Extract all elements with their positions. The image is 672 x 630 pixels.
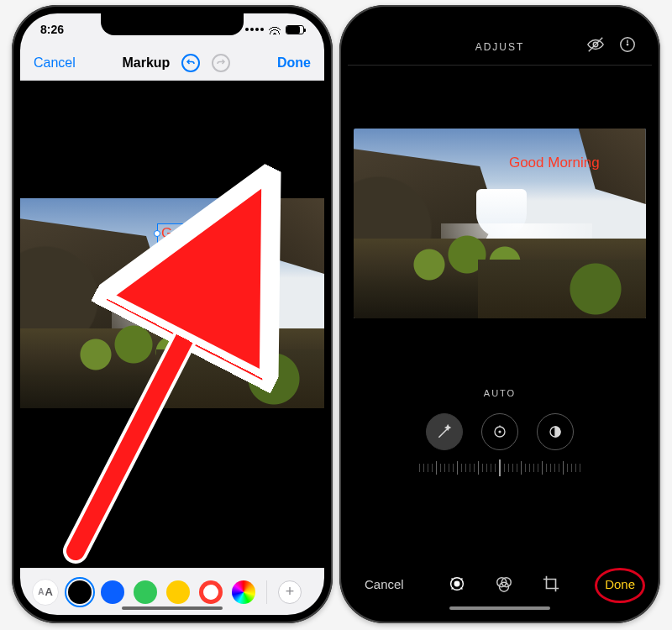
photo-preview[interactable]: Good Morning <box>20 198 324 408</box>
redo-icon <box>212 54 230 72</box>
cancel-button[interactable]: Cancel <box>34 55 76 71</box>
text-annotation: Good Morning <box>506 154 603 172</box>
swatch-green[interactable] <box>134 580 157 604</box>
color-picker-button[interactable] <box>232 580 255 604</box>
done-button[interactable]: Done <box>277 55 311 71</box>
add-shape-button[interactable]: + <box>278 580 302 604</box>
photo-preview[interactable]: Good Morning <box>354 129 646 318</box>
resize-handle-right[interactable] <box>253 230 260 237</box>
annotation-text[interactable]: Good Morning <box>161 225 252 241</box>
screen-adjust: ADJUST <box>348 13 652 615</box>
swatch-blue[interactable] <box>101 580 124 604</box>
crop-tab-icon[interactable] <box>542 575 560 593</box>
more-options-icon[interactable] <box>618 35 637 54</box>
visibility-off-icon[interactable] <box>586 35 605 54</box>
svg-point-10 <box>499 431 501 433</box>
brilliance-dial[interactable] <box>537 413 574 450</box>
done-button[interactable]: Done <box>605 577 635 591</box>
screen-markup: 8:26 Cancel Markup Done <box>20 13 324 615</box>
adjust-dials <box>348 413 652 450</box>
text-format-button[interactable]: AA <box>32 579 59 606</box>
home-indicator <box>449 606 550 610</box>
auto-label: AUTO <box>348 388 652 398</box>
navbar-title: Markup <box>122 55 170 71</box>
markup-navbar: Cancel Markup Done <box>20 45 324 81</box>
cancel-button[interactable]: Cancel <box>365 577 404 591</box>
filters-tab-icon[interactable] <box>495 575 513 593</box>
palette-separator <box>266 580 267 604</box>
auto-enhance-dial[interactable] <box>426 413 463 450</box>
notch <box>428 13 571 35</box>
notch <box>101 13 244 35</box>
swatch-red[interactable] <box>199 580 223 604</box>
adjust-slider[interactable] <box>366 457 633 479</box>
swatch-yellow[interactable] <box>166 580 190 604</box>
undo-icon[interactable] <box>181 54 200 72</box>
phone-markup: 8:26 Cancel Markup Done <box>12 5 333 623</box>
status-indicators <box>245 23 304 37</box>
exposure-dial[interactable] <box>481 413 518 450</box>
svg-point-14 <box>455 581 460 586</box>
cellular-icon <box>245 28 264 31</box>
wifi-icon <box>269 23 281 37</box>
status-time: 8:26 <box>40 23 64 36</box>
home-indicator <box>122 606 223 610</box>
phone-adjust: ADJUST <box>339 5 660 623</box>
adjust-tab-icon[interactable] <box>448 575 466 593</box>
swatch-black[interactable] <box>68 580 92 604</box>
adjust-canvas[interactable]: Good Morning <box>348 66 652 368</box>
annotation-text: Good Morning <box>509 155 600 171</box>
resize-handle-left[interactable] <box>154 230 160 237</box>
markup-canvas[interactable]: Good Morning <box>20 81 324 568</box>
adjust-title: ADJUST <box>475 41 525 53</box>
svg-point-7 <box>627 44 629 46</box>
battery-icon <box>286 25 304 34</box>
text-annotation[interactable]: Good Morning <box>157 223 256 244</box>
